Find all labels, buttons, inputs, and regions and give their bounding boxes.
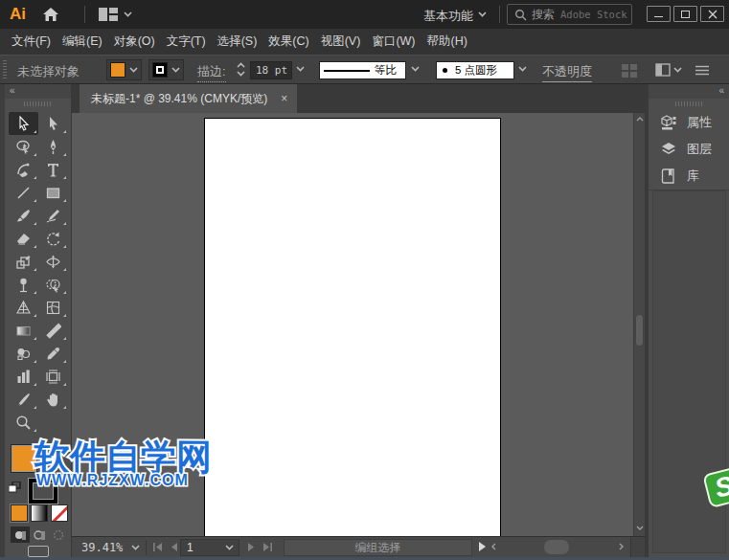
artboard[interactable] [204, 118, 501, 536]
panel-drag-handle[interactable] [675, 101, 702, 106]
pen-tool[interactable] [38, 135, 68, 158]
direct-selection-tool[interactable] [38, 112, 68, 135]
chevron-down-icon[interactable] [296, 66, 305, 72]
default-colors-icon[interactable] [9, 482, 21, 493]
scroll-right-icon[interactable] [619, 543, 624, 550]
isolate-icon[interactable] [655, 63, 682, 77]
chevron-down-icon[interactable] [478, 11, 487, 17]
menu-file[interactable]: 文件(F) [11, 34, 51, 50]
menu-help[interactable]: 帮助(H) [427, 34, 467, 50]
panel-tab-属性[interactable]: 属性 [649, 109, 729, 136]
collapse-tools-button[interactable]: « [5, 84, 71, 99]
opacity-link[interactable]: 不透明度 [542, 63, 592, 82]
horizontal-scroll-thumb[interactable] [544, 540, 569, 554]
menu-window[interactable]: 窗口(W) [372, 34, 415, 50]
chevron-down-icon[interactable] [129, 67, 138, 73]
document-tab[interactable]: 未标题-1* @ 39.41% (CMYK/预览) × [80, 84, 297, 113]
shape-builder-tool[interactable] [38, 273, 68, 296]
menu-type[interactable]: 文字(T) [167, 34, 206, 50]
stroke-color-picker[interactable] [148, 59, 184, 80]
collapse-panels-button[interactable]: « [649, 84, 729, 99]
stroke-width-field[interactable]: 18 pt [250, 61, 292, 79]
none-mode-button[interactable] [51, 504, 68, 522]
vertical-scrollbar[interactable] [633, 113, 645, 536]
width-tool[interactable] [38, 250, 68, 273]
mesh-tool[interactable] [38, 296, 68, 319]
brush-select[interactable]: 5 点圆形 [436, 61, 514, 79]
rectangle-tool[interactable] [38, 181, 68, 204]
chevron-down-icon[interactable] [124, 11, 132, 17]
menu-view[interactable]: 视图(V) [321, 34, 361, 50]
color-mode-button[interactable] [11, 504, 28, 522]
minimize-button[interactable] [647, 6, 671, 22]
draw-behind-button[interactable] [30, 526, 49, 543]
scroll-down-icon[interactable] [636, 526, 644, 530]
zoom-level[interactable]: 39.41% [81, 541, 123, 554]
line-segment-tool[interactable] [9, 181, 38, 204]
tools-drag-handle[interactable] [24, 101, 53, 106]
eraser-tool[interactable] [9, 227, 38, 250]
canvas-area[interactable] [72, 113, 633, 536]
last-artboard-icon[interactable] [262, 543, 273, 551]
stroke-width-stepper[interactable] [237, 62, 245, 77]
magic-wand-tool[interactable] [9, 135, 38, 158]
selection-tool[interactable] [9, 112, 38, 135]
screen-mode-button[interactable] [28, 546, 49, 557]
status-expand-icon[interactable] [478, 542, 486, 551]
zoom-tool[interactable] [9, 411, 38, 434]
perspective-grid-tool[interactable] [9, 296, 38, 319]
current-tool-status[interactable]: 编组选择 [284, 539, 472, 556]
blend-tool[interactable] [38, 319, 68, 342]
search-input[interactable]: 搜索 Adobe Stock [507, 4, 632, 25]
curvature-tool[interactable] [9, 158, 38, 181]
menu-object[interactable]: 对象(O) [114, 34, 155, 50]
next-artboard-icon[interactable] [247, 543, 255, 551]
fill-swatch[interactable] [110, 62, 125, 78]
chevron-down-icon[interactable] [131, 545, 140, 550]
hand-tool[interactable] [38, 388, 68, 411]
column-graph-tool[interactable] [9, 365, 38, 388]
panel-grip[interactable] [3, 60, 7, 79]
scroll-up-icon[interactable] [636, 117, 644, 122]
fill-color-swatch[interactable] [11, 444, 37, 473]
draw-inside-button[interactable] [49, 526, 68, 543]
artboard-tool[interactable] [38, 365, 68, 388]
symbol-sprayer-tool[interactable] [9, 342, 38, 365]
gradient-tool[interactable] [9, 319, 38, 342]
chevron-down-icon[interactable] [518, 66, 527, 72]
panel-tab-库[interactable]: 库 [649, 163, 729, 190]
workspace-switcher[interactable]: 基本功能 [423, 8, 473, 25]
chevron-down-icon[interactable] [171, 67, 180, 73]
chevron-down-icon[interactable] [411, 66, 420, 72]
prev-artboard-icon[interactable] [171, 543, 178, 551]
menu-select[interactable]: 选择(S) [217, 34, 258, 50]
scroll-left-icon[interactable] [491, 543, 496, 550]
stroke-width-label[interactable]: 描边: [197, 63, 226, 82]
arrange-documents-icon[interactable] [99, 8, 118, 21]
tab-close-icon[interactable]: × [281, 92, 287, 105]
menu-effect[interactable]: 效果(C) [268, 34, 308, 50]
chevron-down-icon[interactable] [225, 545, 234, 550]
vertical-scroll-thumb[interactable] [635, 314, 644, 347]
eyedropper-tool[interactable] [38, 342, 68, 365]
slice-tool[interactable] [9, 388, 38, 411]
gradient-mode-button[interactable] [31, 504, 48, 522]
close-button[interactable] [700, 6, 724, 22]
home-icon[interactable] [42, 7, 59, 22]
stroke-color-swatch[interactable] [29, 479, 57, 504]
draw-normal-button[interactable] [11, 526, 30, 543]
fill-color-picker[interactable] [106, 59, 142, 80]
maximize-button[interactable] [673, 6, 697, 22]
pencil-tool[interactable] [38, 204, 68, 227]
type-tool[interactable] [38, 158, 68, 181]
panel-tab-图层[interactable]: 图层 [649, 136, 729, 163]
scale-tool[interactable] [9, 250, 38, 273]
options-menu-icon[interactable] [695, 65, 709, 76]
align-icon[interactable] [622, 64, 637, 78]
menu-edit[interactable]: 编辑(E) [62, 34, 103, 50]
rotate-tool[interactable] [38, 227, 68, 250]
first-artboard-icon[interactable] [152, 543, 163, 551]
paintbrush-tool[interactable] [9, 204, 38, 227]
stroke-profile-select[interactable]: 等比 [319, 61, 406, 79]
stroke-swatch[interactable] [152, 62, 168, 78]
